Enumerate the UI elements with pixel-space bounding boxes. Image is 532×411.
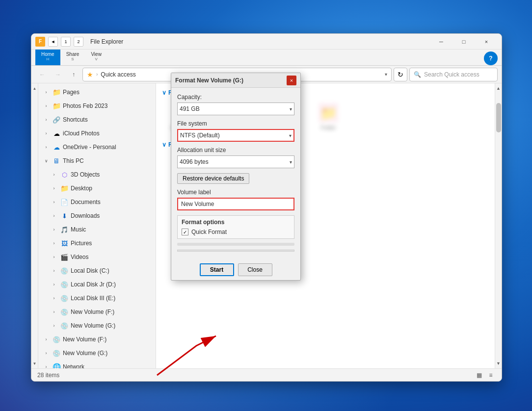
sidebar-item-videos[interactable]: › 🎬 Videos — [38, 250, 156, 264]
right-scrollbar[interactable]: ▲ ▼ — [495, 83, 502, 368]
tab-home[interactable]: Home H — [35, 50, 60, 65]
sidebar-label: Local Disk III (E:) — [71, 295, 115, 302]
start-button[interactable]: Start — [200, 263, 234, 276]
sidebar-item-pictures[interactable]: › 🖼 Pictures — [38, 236, 156, 250]
icloud-icon: ☁ — [52, 129, 61, 138]
chevron-icon: › — [42, 143, 50, 151]
sidebar-item-downloads[interactable]: › ⬇ Downloads — [38, 209, 156, 223]
shortcuts-icon: 🔗 — [52, 115, 61, 124]
sidebar-item-3d-objects[interactable]: › ⬡ 3D Objects — [38, 168, 156, 181]
sidebar-label: Local Disk Jr (D:) — [71, 281, 116, 288]
sidebar-item-local-c[interactable]: › 💿 Local Disk (C:) — [38, 264, 156, 278]
list-view-button[interactable]: ≡ — [486, 370, 496, 380]
sidebar-item-shortcuts[interactable]: › 🔗 Shortcuts — [38, 113, 156, 127]
scrollbar-thumb[interactable] — [496, 103, 501, 132]
sidebar-label: Network — [63, 363, 84, 368]
search-placeholder: Search Quick access — [424, 71, 479, 78]
sidebar-label: 3D Objects — [71, 171, 100, 178]
disk-icon: 💿 — [60, 266, 69, 275]
sidebar-item-icloud[interactable]: › ☁ iCloud Photos — [38, 127, 156, 140]
downloads-icon: ⬇ — [60, 211, 69, 220]
chevron-icon: › — [50, 171, 58, 179]
close-dialog-button[interactable]: Close — [238, 263, 272, 276]
allocation-value: 4096 bytes — [180, 158, 209, 165]
folder-icon: 📁 — [52, 102, 61, 110]
progress-track — [177, 250, 294, 252]
window-controls: ─ □ × — [430, 34, 498, 50]
tab-share[interactable]: Share S — [60, 50, 85, 65]
grid-view-button[interactable]: ▦ — [474, 370, 484, 380]
documents-icon: 📄 — [60, 198, 69, 206]
qat-up[interactable]: 2 — [74, 37, 83, 47]
sidebar-label: New Volume (F:) — [63, 336, 106, 343]
up-button[interactable]: ↑ — [67, 68, 80, 81]
address-dropdown-icon[interactable]: ▾ — [385, 72, 387, 77]
sidebar-scroll-down[interactable]: ▼ — [31, 359, 38, 368]
dialog-body: Capacity: 491 GB ▾ File system NTFS (Def… — [171, 88, 300, 263]
sidebar-item-photos-feb[interactable]: › 📁 Photos Feb 2023 — [38, 99, 156, 113]
chevron-icon: › — [50, 294, 58, 302]
file-name: Folder — [320, 125, 336, 130]
quick-format-checkbox[interactable]: ✓ — [182, 229, 188, 235]
refresh-button[interactable]: ↻ — [394, 68, 407, 81]
folder-icon: F — [35, 37, 45, 47]
sidebar-item-this-pc[interactable]: ∨ 🖥 This PC — [38, 154, 156, 168]
sidebar-label: OneDrive - Personal — [63, 144, 116, 151]
sidebar-scroll-up[interactable]: ▲ — [31, 83, 38, 93]
sidebar-item-network[interactable]: › 🌐 Network — [38, 360, 156, 368]
address-text: Quick access — [101, 71, 135, 78]
help-button[interactable]: ? — [484, 51, 498, 65]
volume-label-input[interactable]: New Volume — [177, 198, 294, 210]
allocation-select[interactable]: 4096 bytes ▾ — [177, 155, 294, 168]
sidebar-item-desktop[interactable]: › 📁 Desktop — [38, 181, 156, 195]
chevron-icon: › — [42, 102, 50, 110]
chevron-icon: › — [42, 129, 50, 137]
sidebar-item-music[interactable]: › 🎵 Music — [38, 223, 156, 236]
sidebar-item-pages[interactable]: › 📁 Pages — [38, 85, 156, 99]
capacity-select[interactable]: 491 GB ▾ — [177, 103, 294, 115]
chevron-icon: › — [42, 116, 50, 124]
sidebar-label: Downloads — [71, 212, 100, 219]
dialog-title: Format New Volume (G:) — [175, 77, 243, 84]
chevron-icon: › — [50, 239, 58, 247]
qat-back[interactable]: ◄ — [48, 37, 58, 47]
dialog-footer: Start Close — [171, 263, 300, 280]
sidebar-item-local-d[interactable]: › 💿 Local Disk Jr (D:) — [38, 278, 156, 291]
forward-button[interactable]: → — [51, 68, 65, 81]
sidebar-item-documents[interactable]: › 📄 Documents — [38, 195, 156, 209]
format-options-section: Format options ✓ Quick Format — [177, 215, 294, 239]
sidebar-item-local-e[interactable]: › 💿 Local Disk III (E:) — [38, 291, 156, 305]
dialog-title-bar: Format New Volume (G:) × — [171, 73, 300, 88]
3d-icon: ⬡ — [60, 170, 69, 179]
sidebar-item-onedrive[interactable]: › ☁ OneDrive - Personal — [38, 140, 156, 154]
restore-defaults-button[interactable]: Restore device defaults — [177, 173, 249, 184]
list-item[interactable]: 📁 Folder — [306, 100, 350, 133]
tab-view[interactable]: View V — [85, 50, 107, 65]
pictures-icon: 🖼 — [60, 239, 69, 248]
sidebar-label: Pictures — [71, 240, 92, 247]
filesystem-select[interactable]: NTFS (Default) ▾ — [177, 129, 294, 142]
ribbon-tabs: Home H Share S View V ? — [31, 50, 502, 65]
disk-icon: 💿 — [52, 349, 61, 358]
maximize-button[interactable]: □ — [452, 34, 475, 50]
sidebar-label: New Volume (G:) — [63, 350, 107, 357]
chevron-icon: ∨ — [42, 157, 50, 165]
chevron-icon: › — [50, 184, 58, 192]
filesystem-label: File system — [177, 120, 294, 127]
chevron-icon: › — [42, 335, 50, 343]
minimize-button[interactable]: ─ — [430, 34, 452, 50]
window-title: File Explorer — [90, 38, 123, 45]
search-box[interactable]: 🔍 Search Quick access — [409, 68, 498, 81]
qat-forward[interactable]: 1 — [61, 37, 71, 47]
close-button[interactable]: × — [475, 34, 498, 50]
chevron-icon: › — [42, 88, 50, 96]
sidebar-label: Pages — [63, 89, 80, 96]
sidebar-item-vol-g2[interactable]: › 💿 New Volume (G:) — [38, 346, 156, 360]
sidebar-item-vol-f[interactable]: › 💿 New Volume (F:) — [38, 305, 156, 319]
sidebar-item-vol-f2[interactable]: › 💿 New Volume (F:) — [38, 333, 156, 346]
sidebar-item-vol-g[interactable]: › 💿 New Volume (G:) — [38, 319, 156, 333]
back-button[interactable]: ← — [35, 68, 49, 81]
dialog-close-button[interactable]: × — [287, 76, 296, 85]
sidebar-label: Desktop — [71, 185, 92, 192]
chevron-icon: › — [50, 308, 58, 316]
